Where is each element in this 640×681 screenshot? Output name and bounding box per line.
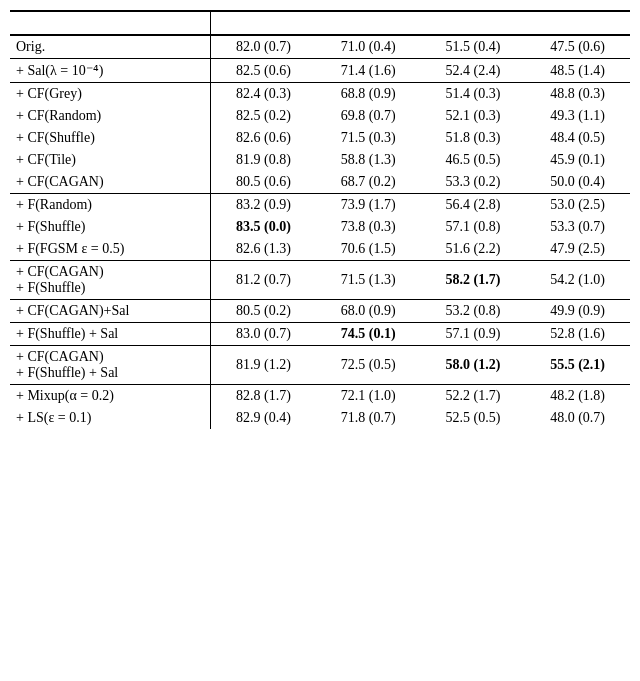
cell-ls-col2: 71.8 (0.7) [316,407,421,429]
table-row-f_shuffle_sal: + F(Shuffle) + Sal83.0 (0.7)74.5 (0.1)57… [10,323,630,346]
cell-ls-col1: 82.9 (0.4) [210,407,315,429]
cell-f_shuffle-col1: 83.5 (0.0) [210,216,315,238]
col-header-original [210,11,315,35]
cell-cf_grey-col1: 82.4 (0.3) [210,83,315,106]
row-label-cf_cagan_f_shuffle_sal: + CF(CAGAN)+ F(Shuffle) + Sal [10,346,210,385]
cell-f_shuffle_sal-col4: 52.8 (1.6) [525,323,630,346]
cell-cf_cagan_f_shuffle_sal-col1: 81.9 (1.2) [210,346,315,385]
cell-mixup-col1: 82.8 (1.7) [210,385,315,408]
table-row-sal: + Sal(λ = 10⁻⁴)82.5 (0.6)71.4 (1.6)52.4 … [10,59,630,83]
cell-cf_cagan_f_shuffle-col3: 58.2 (1.7) [421,261,526,300]
row-label-cf_cagan: + CF(CAGAN) [10,171,210,194]
cell-f_shuffle-col4: 53.3 (0.7) [525,216,630,238]
cell-sal-col2: 71.4 (1.6) [316,59,421,83]
table-row-cf_random: + CF(Random)82.5 (0.2)69.8 (0.7)52.1 (0.… [10,105,630,127]
cell-cf_shuffle-col1: 82.6 (0.6) [210,127,315,149]
row-label-f_shuffle: + F(Shuffle) [10,216,210,238]
cell-f_random-col4: 53.0 (2.5) [525,194,630,217]
cell-mixup-col3: 52.2 (1.7) [421,385,526,408]
col-header-mixed-next [525,11,630,35]
cell-orig-col4: 47.5 (0.6) [525,35,630,59]
cell-cf_grey-col3: 51.4 (0.3) [421,83,526,106]
cell-cf_tile-col3: 46.5 (0.5) [421,149,526,171]
cell-cf_cagan_f_shuffle_sal-col4: 55.5 (2.1) [525,346,630,385]
row-label-ls: + LS(ε = 0.1) [10,407,210,429]
cell-cf_grey-col4: 48.8 (0.3) [525,83,630,106]
cell-cf_shuffle-col3: 51.8 (0.3) [421,127,526,149]
cell-sal-col1: 82.5 (0.6) [210,59,315,83]
cell-cf_cagan-col1: 80.5 (0.6) [210,171,315,194]
row-label-mixup: + Mixup(α = 0.2) [10,385,210,408]
cell-f_random-col1: 83.2 (0.9) [210,194,315,217]
col-header-mixed-same [316,11,421,35]
row-label-cf_random: + CF(Random) [10,105,210,127]
cell-cf_cagan_f_shuffle-col1: 81.2 (0.7) [210,261,315,300]
row-label-cf_grey: + CF(Grey) [10,83,210,106]
row-label-f_fgsm: + F(FGSM ε = 0.5) [10,238,210,261]
cell-cf_cagan_sal-col2: 68.0 (0.9) [316,300,421,323]
row-label-sal: + Sal(λ = 10⁻⁴) [10,59,210,83]
table-row-ls: + LS(ε = 0.1)82.9 (0.4)71.8 (0.7)52.5 (0… [10,407,630,429]
cell-cf_tile-col2: 58.8 (1.3) [316,149,421,171]
cell-cf_cagan_sal-col3: 53.2 (0.8) [421,300,526,323]
row-label-cf_tile: + CF(Tile) [10,149,210,171]
cell-cf_cagan_sal-col4: 49.9 (0.9) [525,300,630,323]
cell-ls-col4: 48.0 (0.7) [525,407,630,429]
cell-orig-col3: 51.5 (0.4) [421,35,526,59]
cell-cf_cagan_f_shuffle-col4: 54.2 (1.0) [525,261,630,300]
table-row-cf_cagan_sal: + CF(CAGAN)+Sal80.5 (0.2)68.0 (0.9)53.2 … [10,300,630,323]
cell-f_shuffle_sal-col1: 83.0 (0.7) [210,323,315,346]
cell-f_random-col3: 56.4 (2.8) [421,194,526,217]
row-label-f_shuffle_sal: + F(Shuffle) + Sal [10,323,210,346]
cell-cf_grey-col2: 68.8 (0.9) [316,83,421,106]
cell-cf_random-col4: 49.3 (1.1) [525,105,630,127]
main-table-container: Orig.82.0 (0.7)71.0 (0.4)51.5 (0.4)47.5 … [10,10,630,429]
cell-sal-col4: 48.5 (1.4) [525,59,630,83]
col-header-method [10,11,210,35]
cell-cf_cagan-col2: 68.7 (0.2) [316,171,421,194]
cell-cf_random-col2: 69.8 (0.7) [316,105,421,127]
row-label-cf_cagan_sal: + CF(CAGAN)+Sal [10,300,210,323]
cell-cf_cagan_f_shuffle-col2: 71.5 (1.3) [316,261,421,300]
row-label-f_random: + F(Random) [10,194,210,217]
cell-mixup-col2: 72.1 (1.0) [316,385,421,408]
row-label-cf_shuffle: + CF(Shuffle) [10,127,210,149]
cell-f_fgsm-col1: 82.6 (1.3) [210,238,315,261]
cell-cf_cagan_sal-col1: 80.5 (0.2) [210,300,315,323]
cell-sal-col3: 52.4 (2.4) [421,59,526,83]
cell-cf_cagan-col4: 50.0 (0.4) [525,171,630,194]
cell-cf_shuffle-col4: 48.4 (0.5) [525,127,630,149]
table-row-f_random: + F(Random)83.2 (0.9)73.9 (1.7)56.4 (2.8… [10,194,630,217]
table-row-mixup: + Mixup(α = 0.2)82.8 (1.7)72.1 (1.0)52.2… [10,385,630,408]
table-row-cf_cagan: + CF(CAGAN)80.5 (0.6)68.7 (0.2)53.3 (0.2… [10,171,630,194]
table-row-f_fgsm: + F(FGSM ε = 0.5)82.6 (1.3)70.6 (1.5)51.… [10,238,630,261]
cell-cf_random-col1: 82.5 (0.2) [210,105,315,127]
cell-f_shuffle-col3: 57.1 (0.8) [421,216,526,238]
row-label-orig: Orig. [10,35,210,59]
table-row-f_shuffle: + F(Shuffle)83.5 (0.0)73.8 (0.3)57.1 (0.… [10,216,630,238]
cell-cf_cagan_f_shuffle_sal-col2: 72.5 (0.5) [316,346,421,385]
col-header-mixed-rand [421,11,526,35]
cell-cf_tile-col1: 81.9 (0.8) [210,149,315,171]
table-row-cf_cagan_f_shuffle_sal: + CF(CAGAN)+ F(Shuffle) + Sal81.9 (1.2)7… [10,346,630,385]
cell-f_shuffle_sal-col3: 57.1 (0.9) [421,323,526,346]
table-row-cf_shuffle: + CF(Shuffle)82.6 (0.6)71.5 (0.3)51.8 (0… [10,127,630,149]
row-label-cf_cagan_f_shuffle: + CF(CAGAN)+ F(Shuffle) [10,261,210,300]
results-table: Orig.82.0 (0.7)71.0 (0.4)51.5 (0.4)47.5 … [10,10,630,429]
cell-f_shuffle_sal-col2: 74.5 (0.1) [316,323,421,346]
header-row-1 [10,11,630,35]
cell-f_shuffle-col2: 73.8 (0.3) [316,216,421,238]
cell-f_fgsm-col4: 47.9 (2.5) [525,238,630,261]
table-row-orig: Orig.82.0 (0.7)71.0 (0.4)51.5 (0.4)47.5 … [10,35,630,59]
cell-cf_cagan-col3: 53.3 (0.2) [421,171,526,194]
cell-orig-col1: 82.0 (0.7) [210,35,315,59]
cell-cf_random-col3: 52.1 (0.3) [421,105,526,127]
cell-cf_cagan_f_shuffle_sal-col3: 58.0 (1.2) [421,346,526,385]
cell-orig-col2: 71.0 (0.4) [316,35,421,59]
cell-mixup-col4: 48.2 (1.8) [525,385,630,408]
table-row-cf_tile: + CF(Tile)81.9 (0.8)58.8 (1.3)46.5 (0.5)… [10,149,630,171]
cell-f_random-col2: 73.9 (1.7) [316,194,421,217]
cell-cf_shuffle-col2: 71.5 (0.3) [316,127,421,149]
cell-f_fgsm-col3: 51.6 (2.2) [421,238,526,261]
cell-ls-col3: 52.5 (0.5) [421,407,526,429]
